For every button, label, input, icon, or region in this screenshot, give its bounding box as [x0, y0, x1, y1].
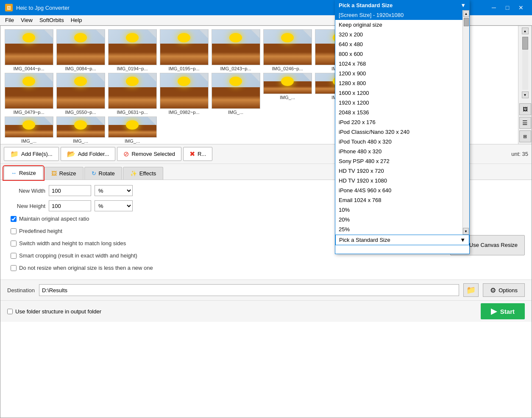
- menu-help[interactable]: Help: [67, 16, 86, 24]
- list-item[interactable]: IMG_0084~p...: [56, 29, 106, 71]
- switch-wh-label: Switch width and height to match long si…: [19, 240, 126, 246]
- scroll-up-btn[interactable]: ▲: [522, 28, 529, 34]
- dropdown-item-iphone[interactable]: iPhone 480 x 320: [335, 147, 469, 156]
- new-height-input[interactable]: [49, 200, 91, 211]
- list-view-btn[interactable]: ☰: [519, 117, 531, 129]
- smart-crop-checkbox[interactable]: [11, 253, 17, 259]
- maintain-aspect-label: Maintain original aspect ratio: [19, 216, 89, 222]
- list-item[interactable]: IMG_...: [56, 116, 106, 144]
- title-bar-title: Heic to Jpg Converter: [16, 5, 70, 11]
- effects-tab-label: Effects: [139, 170, 156, 177]
- dropdown-item-ipod-touch[interactable]: iPod Touch 480 x 320: [335, 137, 469, 147]
- dropdown-item-640x480[interactable]: 640 x 480: [335, 39, 469, 49]
- folder-structure-checkbox[interactable]: [7, 309, 13, 314]
- list-item[interactable]: IMG_0044~p...: [4, 29, 54, 71]
- no-resize-row: Do not resize when original size is less…: [7, 265, 153, 271]
- dropdown-item-email[interactable]: Email 1024 x 768: [335, 195, 469, 205]
- dropdown-item-keep-original[interactable]: Keep original size: [335, 20, 469, 30]
- menu-file[interactable]: File: [2, 16, 17, 24]
- image-label: IMG_0550~p...: [56, 110, 105, 115]
- dropdown-item-1920x1200[interactable]: 1920 x 1200: [335, 98, 469, 108]
- browse-icon: 📁: [466, 285, 476, 295]
- destination-input[interactable]: [39, 284, 459, 296]
- standard-size-dropdown[interactable]: Pick a Standard Size ▼ [Screen Size] - 1…: [335, 0, 470, 254]
- dropdown-item-25pct[interactable]: 25%: [335, 224, 469, 234]
- dropdown-item-800x600[interactable]: 800 x 600: [335, 49, 469, 59]
- chevron-down-icon: ▼: [460, 237, 465, 243]
- list-item[interactable]: IMG_0243~p...: [211, 29, 261, 71]
- list-item[interactable]: IMG_0631~p...: [107, 73, 157, 115]
- view-panel: ▲ ▼ 🖼 ☰ ⊞: [518, 26, 532, 144]
- list-item[interactable]: IMG_...: [4, 116, 54, 144]
- remove-selected-button[interactable]: ⊘ Remove Selected: [117, 147, 181, 161]
- close-button[interactable]: ✕: [515, 3, 527, 12]
- list-item[interactable]: IMG_0195~p...: [159, 29, 209, 71]
- list-item[interactable]: IMG_0982~p...: [159, 73, 209, 115]
- add-folder-icon: 📂: [67, 150, 75, 158]
- no-resize-checkbox[interactable]: [11, 265, 17, 271]
- remove-all-label: R...: [198, 151, 206, 157]
- folder-structure-label: Use folder structure in output folder: [15, 308, 101, 315]
- tab-resize2[interactable]: 🖼 Resize: [44, 167, 84, 180]
- pick-standard-size-bottom[interactable]: Pick a Standard Size ▼: [335, 235, 469, 245]
- tab-resize[interactable]: ↔ Resize: [4, 166, 43, 180]
- maintain-aspect-checkbox[interactable]: [11, 216, 17, 222]
- scroll-down-btn[interactable]: ▼: [522, 91, 529, 98]
- folder-structure-row: Use folder structure in output folder: [7, 308, 101, 315]
- dropdown-item-ipod-classic[interactable]: iPod Classic/Nano 320 x 240: [335, 127, 469, 137]
- browse-destination-button[interactable]: 📁: [463, 283, 479, 297]
- dropdown-item-20pct[interactable]: 20%: [335, 215, 469, 224]
- dropdown-item-320x200[interactable]: 320 x 200: [335, 30, 469, 39]
- list-item[interactable]: IMG_...: [262, 73, 312, 115]
- list-item[interactable]: IMG_...: [107, 116, 157, 144]
- start-button[interactable]: ▶ Start: [481, 303, 525, 319]
- dropdown-item-2048x1536[interactable]: 2048 x 1536: [335, 108, 469, 117]
- dropdown-scrollbar[interactable]: ▲ ▼: [462, 10, 469, 235]
- dropdown-item-ipod[interactable]: iPod 220 x 176: [335, 117, 469, 127]
- menu-softorbits[interactable]: SoftOrbits: [36, 16, 67, 24]
- maximize-button[interactable]: □: [501, 3, 513, 12]
- image-label: IMG_0243~p...: [212, 66, 260, 71]
- destination-area: Destination 📁 ⚙ Options: [0, 280, 532, 300]
- image-label: IMG_...: [263, 95, 312, 100]
- add-files-button[interactable]: 📁 Add File(s)...: [4, 147, 59, 161]
- dropdown-item-iphone4[interactable]: iPone 4/4S 960 x 640: [335, 185, 469, 195]
- large-icon-view-btn[interactable]: 🖼: [519, 103, 531, 115]
- dropdown-item-1600x1200[interactable]: 1600 x 1200: [335, 88, 469, 98]
- dropdown-item-1200x900[interactable]: 1200 x 900: [335, 69, 469, 78]
- dropdown-item-1280x800[interactable]: 1280 x 800: [335, 78, 469, 88]
- image-label: IMG_0631~p...: [108, 110, 157, 115]
- switch-wh-checkbox[interactable]: [11, 241, 17, 246]
- list-item[interactable]: IMG_0550~p...: [56, 73, 106, 115]
- height-unit-select[interactable]: % px: [95, 200, 133, 211]
- grid-view-btn[interactable]: ⊞: [519, 130, 531, 142]
- predefined-height-checkbox[interactable]: [11, 228, 17, 234]
- rotate-tab-icon: ↻: [92, 170, 96, 177]
- tab-rotate[interactable]: ↻ Rotate: [84, 167, 122, 180]
- image-label: IMG_0246~p...: [263, 66, 312, 71]
- dropdown-item-1024x768[interactable]: 1024 x 768: [335, 59, 469, 69]
- minimize-button[interactable]: ─: [488, 3, 500, 12]
- dropdown-item-psp[interactable]: Sony PSP 480 x 272: [335, 156, 469, 166]
- dropdown-item-hdtv1080[interactable]: HD TV 1920 x 1080: [335, 176, 469, 185]
- dropdown-item-30pct[interactable]: 30%: [335, 234, 469, 235]
- dropdown-header: Pick a Standard Size ▼: [335, 0, 469, 10]
- remove-all-button[interactable]: ✖ R...: [183, 147, 212, 161]
- menu-view[interactable]: View: [17, 16, 36, 24]
- dropdown-item-hdtv720[interactable]: HD TV 1920 x 720: [335, 166, 469, 176]
- add-folder-button[interactable]: 📂 Add Folder...: [61, 147, 116, 161]
- list-item[interactable]: IMG_0194~p...: [107, 29, 157, 71]
- width-unit-select[interactable]: % px: [95, 185, 133, 196]
- dropdown-list: [Screen Size] - 1920x1080 Keep original …: [335, 10, 469, 235]
- options-button[interactable]: ⚙ Options: [483, 283, 525, 297]
- dropdown-item-screen-size[interactable]: [Screen Size] - 1920x1080: [335, 10, 469, 20]
- list-item[interactable]: IMG_0479~p...: [4, 73, 54, 115]
- tab-effects[interactable]: ✨ Effects: [123, 167, 164, 180]
- canvas-resize-label: Use Canvas Resize: [469, 242, 518, 248]
- list-item[interactable]: IMG_...: [211, 73, 261, 115]
- start-label: Start: [500, 308, 515, 315]
- dropdown-item-10pct[interactable]: 10%: [335, 205, 469, 215]
- new-width-input[interactable]: [49, 185, 91, 196]
- list-item[interactable]: IMG_0246~p...: [262, 29, 312, 71]
- image-label: IMG_...: [5, 138, 53, 144]
